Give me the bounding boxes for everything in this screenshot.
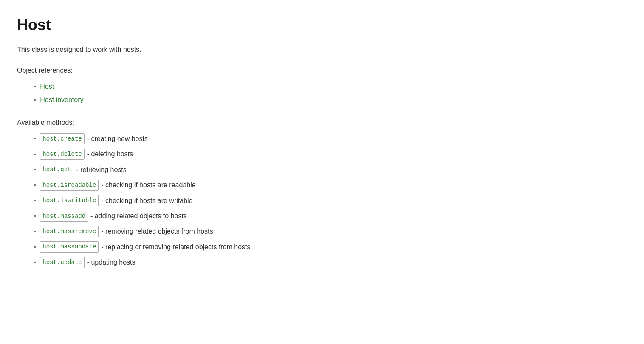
list-item: host.isreadable- checking if hosts are r… (34, 180, 627, 191)
list-item: host.get- retrieving hosts (34, 164, 627, 175)
page-title: Host (17, 13, 627, 37)
method-code: host.iswritable (40, 195, 99, 206)
methods-list: host.create- creating new hostshost.dele… (17, 133, 627, 268)
list-item: host.iswritable- checking if hosts are w… (34, 195, 627, 206)
object-reference-link[interactable]: Host inventory (40, 94, 83, 105)
list-item: host.update- updating hosts (34, 257, 627, 268)
method-description: - replacing or removing related objects … (101, 242, 250, 253)
method-description: - removing related objects from hosts (101, 226, 213, 237)
list-item: host.massremove- removing related object… (34, 226, 627, 237)
list-item: host.massadd- adding related objects to … (34, 211, 627, 222)
list-item: host.create- creating new hosts (34, 133, 627, 144)
list-item: Host (34, 81, 627, 92)
list-item: host.delete- deleting hosts (34, 149, 627, 160)
method-description: - checking if hosts are writable (101, 195, 192, 206)
method-code: host.isreadable (40, 180, 99, 191)
method-code: host.massremove (40, 226, 99, 237)
method-code: host.get (40, 164, 73, 175)
object-references-list: HostHost inventory (17, 81, 627, 105)
list-item: Host inventory (34, 94, 627, 105)
method-code: host.delete (40, 149, 84, 160)
method-code: host.massupdate (40, 241, 99, 252)
method-description: - retrieving hosts (76, 164, 126, 175)
object-reference-link[interactable]: Host (40, 81, 54, 92)
method-description: - adding related objects to hosts (90, 211, 187, 222)
method-description: - deleting hosts (87, 149, 133, 160)
method-code: host.update (40, 257, 84, 268)
available-methods-label: Available methods: (17, 117, 627, 128)
object-references-label: Object references: (17, 65, 627, 76)
list-item: host.massupdate- replacing or removing r… (34, 241, 627, 252)
method-code: host.massadd (40, 211, 88, 222)
method-description: - creating new hosts (87, 133, 148, 144)
method-description: - updating hosts (87, 257, 136, 268)
method-code: host.create (40, 133, 84, 144)
intro-text: This class is designed to work with host… (17, 44, 627, 55)
method-description: - checking if hosts are readable (101, 180, 195, 191)
